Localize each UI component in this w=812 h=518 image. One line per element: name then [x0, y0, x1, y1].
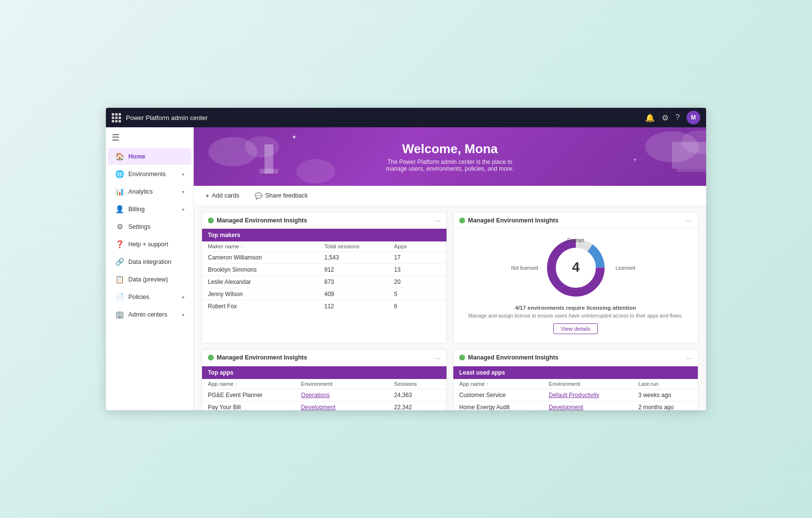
sidebar-item-label: Admin centers [128, 311, 167, 318]
help-icon[interactable]: ? [675, 113, 680, 122]
share-feedback-button[interactable]: 💬 Share feedback [251, 190, 312, 201]
svg-point-1 [245, 136, 279, 158]
sidebar-item-admin-centers[interactable]: 🏢 Admin centers ▾ [108, 306, 191, 323]
card-menu-icon[interactable]: ··· [434, 216, 441, 224]
sidebar-item-label: Policies [128, 294, 149, 300]
sidebar-item-data-integration[interactable]: 🔗 Data integration [108, 254, 191, 270]
add-cards-label: Add cards [212, 192, 239, 199]
sidebar-item-label: Data integration [128, 259, 171, 265]
environments-icon: 🌐 [115, 170, 124, 179]
col-headers: Maker name ↑ Total sessions Apps [202, 241, 447, 252]
card-top-apps-title: Managed Environment Insights [217, 354, 431, 361]
svg-rect-8 [677, 169, 706, 172]
sidebar-item-data-preview[interactable]: 📋 Data (preview) [108, 271, 191, 288]
card-menu-icon[interactable]: ··· [686, 216, 692, 224]
top-makers-section-header: Top makers [202, 229, 447, 241]
maker-name: Brooklyn Simmons [208, 266, 325, 273]
app-env: Development [548, 404, 638, 410]
card-menu-icon[interactable]: ··· [434, 354, 441, 362]
card-least-used-title: Managed Environment Insights [468, 354, 683, 361]
svg-text:✦: ✦ [291, 133, 297, 141]
chevron-down-icon: ▾ [182, 295, 184, 300]
status-dot [459, 218, 465, 223]
sidebar-item-settings[interactable]: ⚙ Settings [108, 219, 191, 235]
least-used-rows: Customer Service Default Productivity 3 … [453, 389, 698, 410]
app-env: Operations [301, 392, 394, 398]
analytics-icon: 📊 [115, 187, 124, 196]
share-feedback-label: Share feedback [265, 192, 308, 199]
sessions: 409 [325, 291, 394, 298]
top-apps-label: Top apps [208, 369, 233, 376]
sidebar-item-policies[interactable]: 📄 Policies ▾ [108, 289, 191, 305]
table-row: Robert Fox 112 6 [202, 300, 447, 312]
sessions: 112 [325, 303, 394, 310]
top-bar-icons: 🔔 ⚙ ? M [645, 111, 700, 124]
sidebar-item-label: Help + support [128, 241, 168, 248]
svg-point-5 [645, 131, 699, 162]
sidebar-item-label: Data (preview) [128, 276, 168, 283]
sidebar-item-analytics[interactable]: 📊 Analytics ▾ [108, 183, 191, 200]
app-name: Customer Service [459, 392, 548, 398]
card-top-makers-header: Managed Environment Insights ··· [202, 212, 447, 229]
action-bar: + Add cards 💬 Share feedback [194, 186, 706, 206]
card-licensing-header: Managed Environment Insights ··· [453, 212, 698, 229]
apps: 6 [394, 303, 441, 310]
col-sessions-header: Sessions [394, 381, 441, 387]
add-cards-button[interactable]: + Add cards [202, 190, 243, 201]
app-title: Power Platform admin center [126, 114, 640, 121]
data-preview-icon: 📋 [115, 275, 124, 284]
card-top-makers-title: Managed Environment Insights [217, 217, 431, 224]
chevron-down-icon: ▾ [182, 207, 184, 212]
settings-icon[interactable]: ⚙ [662, 113, 669, 122]
col-lastrun-header: Last run [638, 381, 692, 387]
user-avatar[interactable]: M [687, 111, 700, 124]
sidebar: ☰ 🏠 Home 🌐 Environments ▾ 📊 Analytics ▾ … [106, 127, 194, 410]
sidebar-item-help[interactable]: ❓ Help + support [108, 236, 191, 253]
sidebar-item-home[interactable]: 🏠 Home [108, 148, 191, 165]
hero-subtitle: The Power Platform admin center is the p… [386, 159, 514, 172]
cards-grid: Managed Environment Insights ··· Top mak… [194, 206, 706, 410]
not-licensed-label: Not licensed [511, 265, 538, 271]
view-details-button[interactable]: View details [553, 323, 598, 334]
app-name: Home Energy Audit [459, 404, 548, 410]
table-row: Customer Service Default Productivity 3 … [453, 389, 698, 401]
card-menu-icon[interactable]: ··· [686, 354, 692, 362]
table-row: Home Energy Audit Development 2 months a… [453, 401, 698, 410]
sidebar-item-environments[interactable]: 🌐 Environments ▾ [108, 166, 191, 182]
app-name: PG&E Event Planner [208, 392, 301, 398]
main-layout: ☰ 🏠 Home 🌐 Environments ▾ 📊 Analytics ▾ … [106, 127, 706, 410]
table-row: Brooklyn Simmons 912 13 [202, 264, 447, 276]
donut-container: 4 Exempt Licensed Not licensed 4/17 envi… [453, 229, 698, 343]
svg-point-0 [208, 137, 257, 166]
col-app-header: App name ↑ [208, 381, 301, 387]
home-icon: 🏠 [115, 152, 124, 161]
plus-icon: + [205, 192, 209, 199]
maker-name: Cameron Williamson [208, 254, 325, 261]
sidebar-item-label: Settings [128, 223, 150, 230]
sidebar-item-label: Environments [128, 171, 165, 178]
card-licensing: Managed Environment Insights ··· [453, 212, 698, 343]
donut-chart: 4 [542, 234, 610, 302]
card-least-used: Managed Environment Insights ··· Least u… [453, 349, 698, 410]
col-sessions-header: Total sessions [325, 243, 394, 249]
bell-icon[interactable]: 🔔 [645, 113, 655, 122]
donut-info-text: 4/17 environments require licensing atte… [515, 305, 636, 311]
hero-title: Welcome, Mona [386, 141, 514, 157]
card-top-apps: Managed Environment Insights ··· Top app… [202, 349, 447, 410]
apps: 20 [394, 279, 441, 285]
app-env: Development [301, 404, 394, 410]
licensed-label: Licensed [615, 265, 635, 271]
app-name: Pay Your Bill [208, 404, 301, 410]
sidebar-item-billing[interactable]: 👤 Billing ▾ [108, 201, 191, 218]
app-lastrun: 3 weeks ago [638, 392, 692, 398]
hamburger-button[interactable]: ☰ [106, 127, 193, 148]
waffle-icon[interactable] [112, 113, 121, 122]
col-env-header: Environment [548, 381, 638, 387]
admin-centers-icon: 🏢 [115, 310, 124, 319]
help-icon: ❓ [115, 240, 124, 249]
donut-value: 4 [572, 259, 580, 275]
top-makers-label: Top makers [208, 232, 240, 239]
table-row: Leslie Alexandar 873 20 [202, 276, 447, 288]
svg-rect-3 [264, 144, 273, 174]
svg-point-2 [296, 159, 335, 183]
